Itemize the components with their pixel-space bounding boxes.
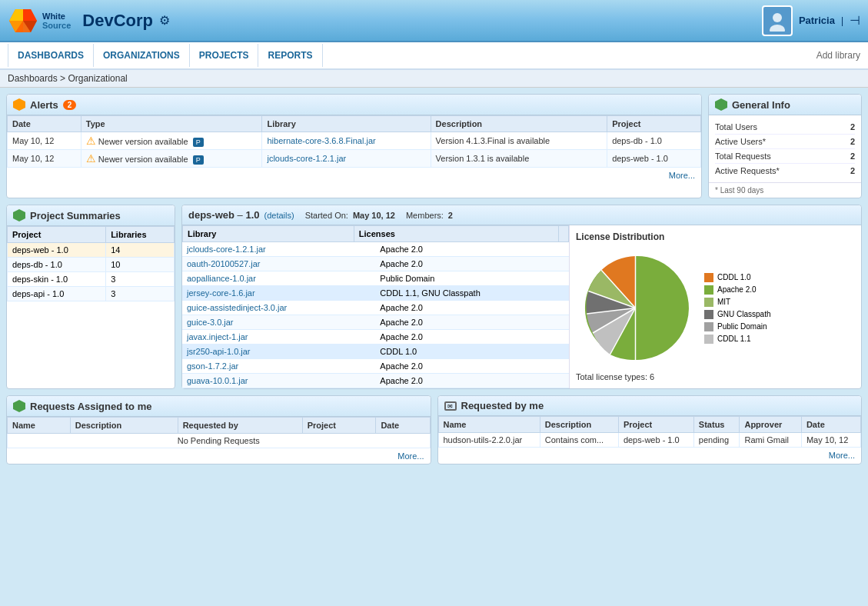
legend-color-apache20: [704, 285, 713, 295]
library-scrollable[interactable]: jclouds-core-1.2.1.jar Apache 2.0 oauth-…: [182, 242, 569, 388]
alert-date-1: May 10, 12: [8, 132, 81, 150]
alerts-panel: Alerts 2 Date Type Library Description P…: [6, 94, 702, 198]
whitesource-logo-icon: [8, 5, 38, 36]
license-distribution: License Distribution: [569, 225, 861, 388]
table-row[interactable]: aopalliance-1.0.jar Public Domain: [182, 271, 569, 286]
logout-icon[interactable]: ⊣: [850, 13, 860, 28]
lib-name-8[interactable]: jsr250-api-1.0.jar: [182, 345, 375, 359]
legend-color-cddl10: [704, 273, 713, 282]
table-row[interactable]: deps-api - 1.0 3: [8, 287, 175, 301]
details-link[interactable]: (details): [264, 211, 294, 220]
svg-point-6: [773, 13, 782, 22]
table-row[interactable]: jclouds-core-1.2.1.jar Apache 2.0: [182, 242, 569, 257]
library-table: Library Licenses: [182, 225, 569, 242]
table-row[interactable]: deps-web - 1.0 14: [8, 243, 175, 258]
info-row-active-requests: Active Requests* 2: [715, 164, 855, 178]
table-row[interactable]: javax.inject-1.jar Apache 2.0: [182, 330, 569, 345]
email-icon: ✉: [444, 401, 457, 411]
requested-by-me-header: ✉ Requested by me: [438, 396, 862, 416]
legend-item-pubdomain: Public Domain: [704, 322, 770, 331]
table-row[interactable]: deps-skin - 1.0 3: [8, 272, 175, 287]
legend-label-cddl10: CDDL 1.0: [717, 273, 751, 281]
requests-assigned-more-link[interactable]: More...: [397, 451, 424, 461]
lib-name-4[interactable]: jersey-core-1.6.jar: [182, 286, 375, 301]
lib-name-9[interactable]: gson-1.7.2.jar: [182, 359, 375, 374]
nav-reports[interactable]: REPORTS: [258, 44, 322, 67]
table-row[interactable]: guava-10.0.1.jar Apache 2.0: [182, 374, 569, 388]
logo-text: White Source: [42, 12, 71, 30]
legend-color-mit: [704, 298, 713, 307]
table-row: hudson-utils-2.2.0.jar Contains com... d…: [438, 433, 861, 448]
project-summary-header: Project Summaries: [7, 205, 175, 226]
ra-col-name: Name: [8, 418, 71, 434]
info-icon: [715, 98, 727, 111]
ps-project-1: deps-web - 1.0: [8, 243, 106, 258]
ra-col-project: Project: [302, 418, 376, 434]
alert-project-1: deps-db - 1.0: [607, 132, 701, 150]
requested-by-me-table: Name Description Project Status Approver…: [438, 416, 862, 448]
breadcrumb: Dashboards > Organizational: [0, 70, 868, 88]
rbm-col-desc: Description: [540, 417, 618, 433]
user-name-label: Patricia: [799, 15, 835, 26]
lib-name-5[interactable]: guice-assistedinject-3.0.jar: [182, 301, 375, 315]
nav-dashboards[interactable]: DASHBOARDS: [8, 44, 94, 67]
alert-library-1[interactable]: hibernate-core-3.6.8.Final.jar: [262, 132, 431, 150]
members-label: Members:: [406, 211, 444, 220]
policy-badge-1: P: [193, 138, 204, 147]
legend-label-cddl11: CDDL 1.1: [717, 335, 751, 343]
alert-library-2[interactable]: jclouds-core-1.2.1.jar: [262, 150, 431, 168]
detail-project-name: deps-web – 1.0: [188, 209, 260, 221]
col-project: Project: [607, 116, 701, 132]
nav-items: DASHBOARDS ORGANIZATIONS PROJECTS REPORT…: [8, 44, 323, 67]
lib-name-10[interactable]: guava-10.0.1.jar: [182, 374, 375, 388]
chart-area: CDDL 1.0 Apache 2.0 MIT: [576, 248, 855, 368]
project-summary-table: Project Libraries deps-web - 1.0 14 deps…: [7, 226, 175, 301]
ps-libs-3: 3: [106, 272, 175, 287]
detail-content: Library Licenses jclouds-core-1.2.1.jar: [182, 225, 861, 388]
lib-license-6: Apache 2.0: [375, 315, 569, 330]
header-right: Patricia | ⊣: [762, 5, 860, 36]
members-value: 2: [448, 211, 453, 220]
info-row-total-users: Total Users 2: [715, 120, 855, 135]
alert-desc-2: Version 1.3.1 is available: [431, 150, 607, 168]
lib-name-3[interactable]: aopalliance-1.0.jar: [182, 271, 375, 286]
alerts-icon: [13, 98, 25, 111]
bottom-row: Requests Assigned to me Name Description…: [6, 395, 862, 464]
legend: CDDL 1.0 Apache 2.0 MIT: [704, 273, 770, 344]
alerts-more: More...: [7, 168, 701, 183]
lib-license-2: Apache 2.0: [375, 257, 569, 271]
alerts-badge: 2: [63, 100, 77, 110]
add-library-button[interactable]: Add library: [816, 50, 860, 61]
table-row[interactable]: jsr250-api-1.0.jar CDDL 1.0: [182, 345, 569, 359]
lib-license-10: Apache 2.0: [375, 374, 569, 388]
alerts-more-link[interactable]: More...: [669, 171, 695, 180]
lib-license-3: Public Domain: [375, 271, 569, 286]
svg-point-7: [770, 25, 785, 32]
requested-by-me-more-link[interactable]: More...: [829, 451, 855, 460]
detail-header: deps-web – 1.0 (details) Started On: May…: [182, 205, 861, 225]
nav-projects[interactable]: PROJECTS: [190, 44, 259, 67]
rbm-status-1: pending: [693, 433, 740, 448]
lib-name-6[interactable]: guice-3.0.jar: [182, 315, 375, 330]
header: White Source DevCorp ⚙ Patricia | ⊣: [0, 0, 868, 42]
lib-name-7[interactable]: javax.inject-1.jar: [182, 330, 375, 345]
table-row[interactable]: guice-3.0.jar Apache 2.0: [182, 315, 569, 330]
total-license-types: Total license types: 6: [576, 372, 855, 381]
library-data-table: jclouds-core-1.2.1.jar Apache 2.0 oauth-…: [182, 242, 569, 388]
nav-organizations[interactable]: ORGANIZATIONS: [94, 44, 190, 67]
middle-row: Project Summaries Project Libraries deps…: [6, 205, 862, 389]
table-row[interactable]: jersey-core-1.6.jar CDDL 1.1, GNU Classp…: [182, 286, 569, 301]
lib-name-2[interactable]: oauth-20100527.jar: [182, 257, 375, 271]
rbm-project-1: deps-web - 1.0: [618, 433, 693, 448]
lib-name-1[interactable]: jclouds-core-1.2.1.jar: [182, 242, 375, 257]
table-row[interactable]: gson-1.7.2.jar Apache 2.0: [182, 359, 569, 374]
table-row[interactable]: oauth-20100527.jar Apache 2.0: [182, 257, 569, 271]
ra-col-date: Date: [376, 418, 430, 434]
gear-icon[interactable]: ⚙: [159, 13, 170, 28]
no-pending-requests: No Pending Requests: [8, 434, 431, 448]
lib-license-7: Apache 2.0: [375, 330, 569, 345]
legend-item-cddl10: CDDL 1.0: [704, 273, 770, 282]
legend-label-gnu: GNU Classpath: [717, 310, 770, 318]
table-row[interactable]: guice-assistedinject-3.0.jar Apache 2.0: [182, 301, 569, 315]
table-row[interactable]: deps-db - 1.0 10: [8, 258, 175, 272]
